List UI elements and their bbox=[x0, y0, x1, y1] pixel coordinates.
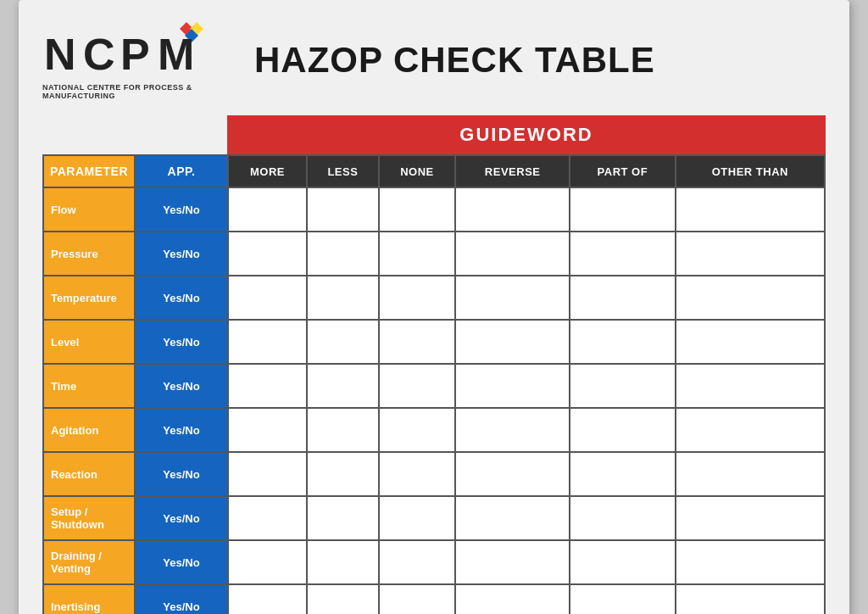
app-cell: Yes/No bbox=[135, 187, 228, 232]
data-cell[interactable] bbox=[455, 187, 570, 232]
data-cell[interactable] bbox=[228, 496, 307, 540]
page-title: HAZOP CHECK TABLE bbox=[254, 40, 655, 81]
col-reverse: REVERSE bbox=[455, 155, 570, 187]
data-cell[interactable] bbox=[379, 452, 456, 496]
app-header: APP. bbox=[135, 155, 228, 187]
table-row: FlowYes/No bbox=[43, 187, 825, 232]
main-card: N C P M NATIONAL CENTRE FOR PROCESS & MA… bbox=[19, 0, 849, 614]
data-cell[interactable] bbox=[570, 187, 676, 232]
table-row: AgitationYes/No bbox=[43, 408, 825, 452]
param-cell: Time bbox=[43, 364, 135, 408]
svg-text:P: P bbox=[120, 30, 150, 79]
data-cell[interactable] bbox=[379, 408, 456, 452]
data-cell[interactable] bbox=[379, 540, 456, 584]
data-cell[interactable] bbox=[228, 540, 307, 584]
table-row: PressureYes/No bbox=[43, 232, 825, 276]
data-cell[interactable] bbox=[307, 452, 379, 496]
data-cell[interactable] bbox=[455, 364, 570, 408]
param-cell: Pressure bbox=[43, 232, 135, 276]
table-row: TemperatureYes/No bbox=[43, 276, 825, 320]
data-cell[interactable] bbox=[676, 584, 825, 614]
app-cell: Yes/No bbox=[135, 452, 228, 496]
param-cell: Draining / Venting bbox=[43, 540, 135, 584]
data-cell[interactable] bbox=[570, 364, 676, 408]
data-cell[interactable] bbox=[228, 276, 307, 320]
data-cell[interactable] bbox=[379, 584, 456, 614]
data-cell[interactable] bbox=[455, 496, 570, 540]
table-row: Draining / VentingYes/No bbox=[43, 540, 825, 584]
table-row: Setup / ShutdownYes/No bbox=[43, 496, 825, 540]
data-cell[interactable] bbox=[228, 187, 307, 232]
data-cell[interactable] bbox=[676, 540, 825, 584]
data-cell[interactable] bbox=[455, 276, 570, 320]
param-cell: Temperature bbox=[43, 276, 135, 320]
data-cell[interactable] bbox=[307, 232, 379, 276]
data-cell[interactable] bbox=[455, 320, 570, 364]
data-cell[interactable] bbox=[570, 320, 676, 364]
data-cell[interactable] bbox=[307, 584, 379, 614]
param-cell: Setup / Shutdown bbox=[43, 496, 135, 540]
data-cell[interactable] bbox=[455, 408, 570, 452]
param-header: PARAMETER bbox=[43, 155, 135, 187]
col-more: MORE bbox=[228, 155, 307, 187]
data-cell[interactable] bbox=[307, 364, 379, 408]
hazop-table: PARAMETER APP. MORE LESS NONE REVERSE PA… bbox=[42, 154, 826, 614]
col-otherthan: OTHER THAN bbox=[676, 155, 825, 187]
header-area: N C P M NATIONAL CENTRE FOR PROCESS & MA… bbox=[42, 20, 826, 100]
data-cell[interactable] bbox=[228, 584, 307, 614]
data-cell[interactable] bbox=[307, 276, 379, 320]
data-cell[interactable] bbox=[307, 408, 379, 452]
data-cell[interactable] bbox=[570, 540, 676, 584]
data-cell[interactable] bbox=[228, 408, 307, 452]
table-wrapper: GUIDEWORD PARAMETER APP. MORE LESS NO bbox=[42, 115, 826, 614]
data-cell[interactable] bbox=[676, 187, 825, 232]
data-cell[interactable] bbox=[307, 187, 379, 232]
data-cell[interactable] bbox=[455, 452, 570, 496]
logo-svg: N C P M bbox=[42, 20, 220, 81]
data-cell[interactable] bbox=[676, 452, 825, 496]
table-row: LevelYes/No bbox=[43, 320, 825, 364]
table-row: ReactionYes/No bbox=[43, 452, 825, 496]
data-cell[interactable] bbox=[676, 232, 825, 276]
data-cell[interactable] bbox=[379, 320, 456, 364]
app-cell: Yes/No bbox=[135, 364, 228, 408]
param-cell: Reaction bbox=[43, 452, 135, 496]
param-cell: Flow bbox=[43, 187, 135, 232]
data-cell[interactable] bbox=[379, 364, 456, 408]
data-cell[interactable] bbox=[570, 232, 676, 276]
data-cell[interactable] bbox=[570, 496, 676, 540]
svg-text:M: M bbox=[158, 30, 194, 79]
app-cell: Yes/No bbox=[135, 276, 228, 320]
data-cell[interactable] bbox=[455, 232, 570, 276]
param-cell: Inertising bbox=[43, 584, 135, 614]
data-cell[interactable] bbox=[379, 276, 456, 320]
col-partof: PART OF bbox=[570, 155, 676, 187]
data-cell[interactable] bbox=[307, 540, 379, 584]
app-cell: Yes/No bbox=[135, 496, 228, 540]
data-cell[interactable] bbox=[455, 584, 570, 614]
data-cell[interactable] bbox=[676, 320, 825, 364]
data-cell[interactable] bbox=[570, 408, 676, 452]
data-cell[interactable] bbox=[676, 408, 825, 452]
data-cell[interactable] bbox=[379, 496, 456, 540]
app-cell: Yes/No bbox=[135, 408, 228, 452]
data-cell[interactable] bbox=[379, 187, 456, 232]
data-cell[interactable] bbox=[228, 364, 307, 408]
data-cell[interactable] bbox=[570, 452, 676, 496]
data-cell[interactable] bbox=[307, 320, 379, 364]
data-cell[interactable] bbox=[455, 540, 570, 584]
data-cell[interactable] bbox=[676, 276, 825, 320]
data-cell[interactable] bbox=[676, 496, 825, 540]
data-cell[interactable] bbox=[228, 320, 307, 364]
data-cell[interactable] bbox=[228, 452, 307, 496]
app-cell: Yes/No bbox=[135, 540, 228, 584]
data-cell[interactable] bbox=[379, 232, 456, 276]
app-cell: Yes/No bbox=[135, 584, 228, 614]
data-cell[interactable] bbox=[307, 496, 379, 540]
guideword-header: GUIDEWORD bbox=[227, 115, 826, 154]
data-cell[interactable] bbox=[570, 276, 676, 320]
data-cell[interactable] bbox=[676, 364, 825, 408]
col-none: NONE bbox=[379, 155, 456, 187]
data-cell[interactable] bbox=[570, 584, 676, 614]
data-cell[interactable] bbox=[228, 232, 307, 276]
